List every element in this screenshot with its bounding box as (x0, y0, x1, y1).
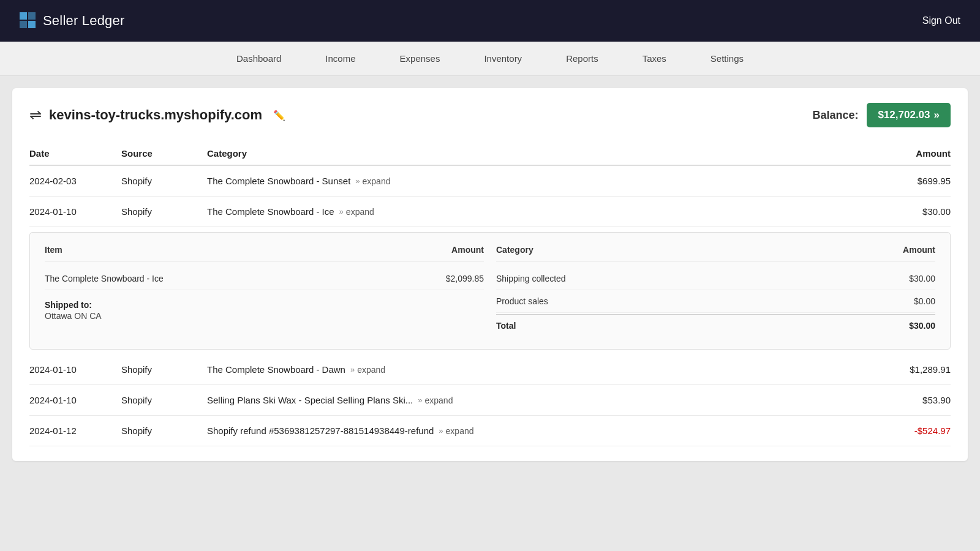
row-amount: $53.90 (865, 395, 951, 405)
svg-rect-0 (20, 12, 27, 20)
row-amount: $30.00 (865, 206, 951, 217)
balance-label: Balance: (812, 109, 858, 122)
detail-items-header: Item Amount (45, 245, 484, 261)
expand-chevron-icon: » (418, 395, 422, 405)
expand-button[interactable]: » expand (418, 395, 453, 405)
row-category: The Complete Snowboard - Sunset » expand (207, 176, 865, 186)
cat-amount-label: Amount (862, 245, 935, 255)
table-header: Date Source Category Amount (29, 142, 951, 166)
nav-item-dashboard[interactable]: Dashboard (214, 42, 303, 76)
row-category: Shopify refund #5369381257297-8815149384… (207, 425, 865, 436)
account-name: kevins-toy-trucks.myshopify.com (49, 107, 262, 123)
nav-item-inventory[interactable]: Inventory (462, 42, 544, 76)
row-source: Shopify (121, 176, 207, 186)
detail-categories-col: Category Amount Shipping collected $30.0… (496, 245, 935, 337)
account-card: ⇌ kevins-toy-trucks.myshopify.com ✏️ Bal… (12, 88, 968, 461)
nav-item-settings[interactable]: Settings (688, 42, 766, 76)
account-title: ⇌ kevins-toy-trucks.myshopify.com ✏️ (29, 107, 285, 124)
row-amount: $699.95 (865, 176, 951, 186)
expand-button[interactable]: » expand (355, 176, 390, 186)
nav-item-income[interactable]: Income (303, 42, 377, 76)
expand-button[interactable]: » expand (350, 365, 385, 375)
row-date: 2024-01-10 (29, 206, 121, 217)
row-date: 2024-01-12 (29, 425, 121, 436)
row-category: The Complete Snowboard - Ice » expand (207, 206, 865, 217)
row-source: Shopify (121, 364, 207, 375)
account-header: ⇌ kevins-toy-trucks.myshopify.com ✏️ Bal… (29, 103, 951, 127)
nav-item-expenses[interactable]: Expenses (378, 42, 462, 76)
row-source: Shopify (121, 206, 207, 217)
col-header-amount: Amount (865, 148, 951, 159)
top-header: Seller Ledger Sign Out (0, 0, 980, 42)
detail-item-row: The Complete Snowboard - Ice $2,099.85 (45, 268, 484, 290)
transfer-icon: ⇌ (29, 107, 42, 124)
expand-chevron-icon: » (350, 365, 355, 374)
cat-row-amount: $30.00 (862, 274, 935, 283)
expand-chevron-icon: » (339, 207, 344, 216)
cat-row-amount: $0.00 (862, 296, 935, 306)
detail-card: Item Amount The Complete Snowboard - Ice… (29, 232, 951, 350)
logo-area: Seller Ledger (20, 12, 124, 29)
logo-icon (20, 12, 37, 29)
cat-row: Shipping collected $30.00 (496, 268, 935, 290)
cat-col-label: Category (496, 245, 862, 255)
sign-out-button[interactable]: Sign Out (922, 15, 960, 26)
nav-bar: Dashboard Income Expenses Inventory Repo… (0, 42, 980, 76)
row-amount: $1,289.91 (865, 364, 951, 375)
svg-rect-2 (20, 21, 27, 28)
detail-item-amount: $2,099.85 (410, 274, 484, 283)
svg-rect-3 (28, 21, 36, 28)
row-date: 2024-01-10 (29, 395, 121, 405)
row-category: The Complete Snowboard - Dawn » expand (207, 364, 865, 375)
expand-button[interactable]: » expand (339, 207, 374, 217)
chevron-right-icon: » (934, 109, 940, 121)
col-header-category: Category (207, 148, 865, 159)
cat-total-label: Total (496, 321, 862, 331)
row-date: 2024-01-10 (29, 364, 121, 375)
expand-chevron-icon: » (355, 176, 360, 186)
nav-item-reports[interactable]: Reports (544, 42, 620, 76)
svg-rect-1 (28, 12, 36, 20)
table-row: 2024-02-03 Shopify The Complete Snowboar… (29, 166, 951, 197)
row-source: Shopify (121, 395, 207, 405)
col-header-source: Source (121, 148, 207, 159)
detail-item-amount-label: Amount (410, 245, 484, 255)
row-date: 2024-02-03 (29, 176, 121, 186)
detail-items-col: Item Amount The Complete Snowboard - Ice… (45, 245, 484, 337)
row-category: Selling Plans Ski Wax - Special Selling … (207, 395, 865, 405)
shipped-value: Ottawa ON CA (45, 311, 484, 321)
table-row: 2024-01-10 Shopify The Complete Snowboar… (29, 354, 951, 385)
nav-item-taxes[interactable]: Taxes (620, 42, 688, 76)
row-source: Shopify (121, 425, 207, 436)
balance-value: $12,702.03 » (867, 103, 951, 127)
col-header-date: Date (29, 148, 121, 159)
detail-item-name: The Complete Snowboard - Ice (45, 274, 410, 283)
balance-area: Balance: $12,702.03 » (812, 103, 951, 127)
cat-row-label: Product sales (496, 296, 862, 306)
expand-button[interactable]: » expand (439, 426, 473, 436)
table-row: 2024-01-10 Shopify Selling Plans Ski Wax… (29, 385, 951, 416)
cat-row-label: Shipping collected (496, 274, 862, 283)
main-content: ⇌ kevins-toy-trucks.myshopify.com ✏️ Bal… (0, 76, 980, 473)
expand-chevron-icon: » (439, 426, 443, 435)
table-row: 2024-01-10 Shopify The Complete Snowboar… (29, 197, 951, 227)
table-row: 2024-01-12 Shopify Shopify refund #53693… (29, 416, 951, 446)
logo-text: Seller Ledger (43, 13, 124, 29)
edit-icon[interactable]: ✏️ (273, 110, 285, 121)
shipped-label: Shipped to: (45, 300, 484, 310)
cat-total-amount: $30.00 (862, 321, 935, 331)
cat-total-row: Total $30.00 (496, 314, 935, 337)
cat-row: Product sales $0.00 (496, 290, 935, 313)
detail-item-col-label: Item (45, 245, 410, 255)
detail-grid: Item Amount The Complete Snowboard - Ice… (45, 245, 935, 337)
detail-categories-header: Category Amount (496, 245, 935, 261)
row-amount: -$524.97 (865, 425, 951, 436)
